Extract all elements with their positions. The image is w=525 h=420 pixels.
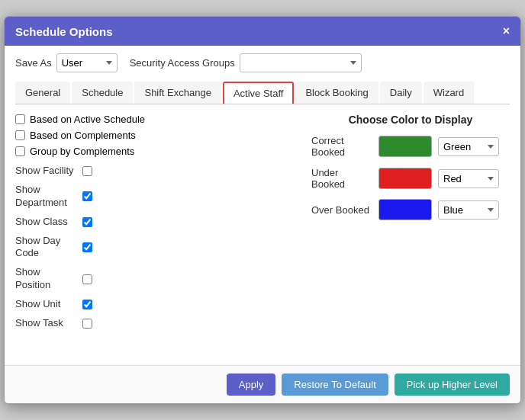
tab-schedule[interactable]: Schedule (72, 82, 133, 104)
right-panel: Choose Color to Display Correct Booked G… (311, 114, 510, 357)
close-button[interactable]: × (503, 24, 510, 38)
over-booked-swatch[interactable] (378, 199, 432, 220)
show-class-row: Show Class (15, 216, 288, 229)
show-task-row: Show Task (15, 317, 288, 330)
show-unit-checkbox[interactable] (82, 300, 92, 309)
security-access-group: Security Access Groups (130, 53, 362, 72)
based-on-complements-label: Based on Complements (30, 130, 136, 141)
correct-booked-swatch[interactable] (378, 136, 432, 157)
show-position-row: Show Position (15, 266, 288, 292)
modal-title: Schedule Options (15, 25, 113, 38)
color-section-title: Choose Color to Display (311, 114, 510, 126)
top-row: Save As User Role System Security Access… (15, 53, 510, 72)
based-on-active-schedule-label: Based on Active Schedule (30, 114, 145, 125)
under-booked-select[interactable]: GreenRedBlueYellowOrange (438, 169, 499, 188)
restore-button[interactable]: Restore To Default (282, 374, 388, 396)
show-day-code-row: Show Day Code (15, 235, 288, 261)
based-on-complements-checkbox[interactable] (15, 130, 25, 140)
modal-header: Schedule Options × (5, 17, 520, 46)
group-by-complements-row: Group by Complements (15, 146, 288, 157)
security-access-label: Security Access Groups (130, 57, 235, 69)
show-unit-row: Show Unit (15, 298, 288, 311)
show-position-label: Show Position (15, 266, 76, 292)
show-facility-row: Show Facility (15, 165, 288, 178)
schedule-options-modal: Schedule Options × Save As User Role Sys… (4, 16, 521, 404)
show-facility-label: Show Facility (15, 165, 76, 178)
tab-general[interactable]: General (15, 82, 70, 104)
over-booked-label: Over Booked (311, 204, 372, 216)
over-booked-select[interactable]: GreenRedBlueYellowOrange (438, 200, 499, 220)
modal-body: Save As User Role System Security Access… (5, 46, 520, 365)
tab-wizard[interactable]: Wizard (424, 82, 474, 104)
tab-block-booking[interactable]: Block Booking (295, 82, 378, 104)
show-fields-section: Show Facility Show Department Show Class… (15, 165, 288, 330)
over-booked-row: Over Booked GreenRedBlueYellowOrange (311, 199, 510, 220)
based-on-active-schedule-checkbox[interactable] (15, 114, 25, 124)
show-task-checkbox[interactable] (82, 319, 92, 329)
show-unit-label: Show Unit (15, 298, 76, 311)
tab-daily[interactable]: Daily (380, 82, 422, 104)
save-as-group: Save As User Role System (15, 53, 118, 72)
show-day-code-checkbox[interactable] (82, 242, 92, 252)
tab-bar: General Schedule Shift Exchange Active S… (15, 82, 510, 104)
pickup-button[interactable]: Pick up Higher Level (395, 374, 510, 396)
show-department-row: Show Department (15, 184, 288, 210)
tab-active-staff[interactable]: Active Staff (223, 82, 295, 104)
correct-booked-select[interactable]: GreenRedBlueYellowOrange (438, 137, 499, 156)
show-day-code-label: Show Day Code (15, 235, 76, 261)
save-as-label: Save As (15, 57, 52, 69)
under-booked-swatch[interactable] (378, 168, 432, 189)
group-by-complements-checkbox[interactable] (15, 146, 25, 156)
show-position-checkbox[interactable] (82, 274, 92, 284)
modal-footer: Apply Restore To Default Pick up Higher … (5, 365, 520, 403)
show-department-label: Show Department (15, 184, 76, 210)
security-access-select[interactable] (240, 53, 362, 72)
based-on-complements-row: Based on Complements (15, 130, 288, 141)
show-facility-checkbox[interactable] (82, 166, 92, 176)
correct-booked-label: Correct Booked (311, 135, 372, 158)
apply-button[interactable]: Apply (227, 374, 276, 396)
group-by-complements-label: Group by Complements (30, 146, 134, 157)
show-class-label: Show Class (15, 216, 76, 229)
correct-booked-row: Correct Booked GreenRedBlueYellowOrange (311, 135, 510, 158)
show-class-checkbox[interactable] (82, 217, 92, 227)
under-booked-label: Under Booked (311, 167, 372, 190)
based-on-active-schedule-row: Based on Active Schedule (15, 114, 288, 125)
under-booked-row: Under Booked GreenRedBlueYellowOrange (311, 167, 510, 190)
tab-shift-exchange[interactable]: Shift Exchange (134, 82, 221, 104)
show-department-checkbox[interactable] (82, 191, 92, 201)
show-task-label: Show Task (15, 317, 76, 330)
save-as-select[interactable]: User Role System (56, 53, 118, 72)
left-panel: Based on Active Schedule Based on Comple… (15, 114, 288, 357)
content-area: Based on Active Schedule Based on Comple… (15, 114, 510, 357)
